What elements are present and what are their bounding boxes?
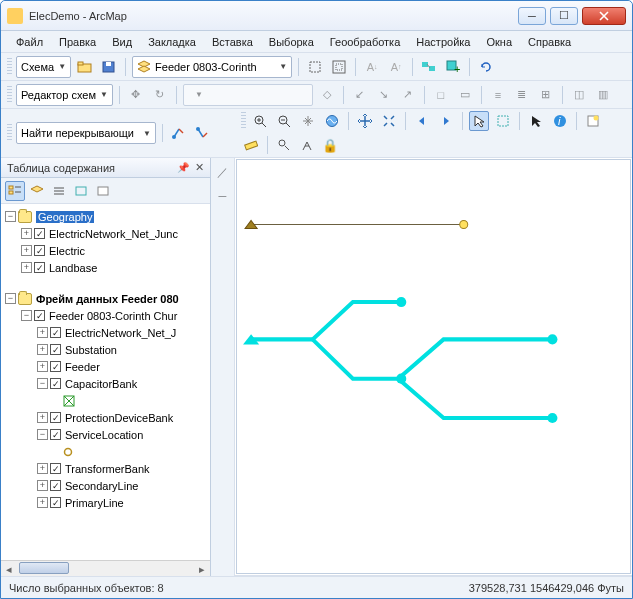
titlebar[interactable]: ElecDemo - ArcMap ─ ☐ xyxy=(1,1,632,31)
expand-icon[interactable]: + xyxy=(37,344,48,355)
zoom-full-ed[interactable]: □ xyxy=(431,85,451,105)
pan-button[interactable] xyxy=(298,111,318,131)
collapse-icon[interactable]: − xyxy=(5,293,16,304)
toc-options-button[interactable] xyxy=(93,181,113,201)
tree-node[interactable]: +✓Landbase xyxy=(3,259,208,276)
menubar[interactable]: Файл Правка Вид Закладка Вставка Выборка… xyxy=(1,31,632,53)
checkbox[interactable]: ✓ xyxy=(50,480,61,491)
tree-node[interactable]: +✓SecondaryLine xyxy=(3,477,208,494)
tree-node-geography[interactable]: − Geography xyxy=(3,208,208,225)
map-canvas[interactable] xyxy=(236,159,631,574)
toc-hscroll[interactable]: ◂ ▸ xyxy=(1,560,210,576)
measure-button[interactable] xyxy=(241,135,261,155)
tree-node-frame[interactable]: − Фрейм данных Feeder 080 xyxy=(3,290,208,307)
draw-line-tool[interactable]: ／ xyxy=(213,162,233,182)
expand-icon[interactable]: + xyxy=(37,497,48,508)
zoom-in-button[interactable] xyxy=(250,111,270,131)
checkbox[interactable]: ✓ xyxy=(50,429,61,440)
clear-selection-button[interactable] xyxy=(493,111,513,131)
expand-icon[interactable]: + xyxy=(21,245,32,256)
maximize-button[interactable]: ☐ xyxy=(550,7,578,25)
select-features-button[interactable] xyxy=(469,111,489,131)
pin-icon[interactable]: 📌 xyxy=(177,162,189,173)
expand-icon[interactable]: + xyxy=(21,262,32,273)
menu-customize[interactable]: Настройка xyxy=(409,34,477,50)
align-3[interactable]: ⊞ xyxy=(536,85,556,105)
checkbox[interactable]: ✓ xyxy=(34,245,45,256)
extent-button[interactable] xyxy=(305,57,325,77)
align-2[interactable]: ≣ xyxy=(512,85,532,105)
checkbox[interactable]: ✓ xyxy=(50,412,61,423)
select-plus-button[interactable]: + xyxy=(443,57,463,77)
menu-selection[interactable]: Выборка xyxy=(262,34,321,50)
select-elements-button[interactable] xyxy=(526,111,546,131)
close-button[interactable] xyxy=(582,7,626,25)
toolbar-grip[interactable] xyxy=(7,58,12,76)
tree-node[interactable]: +✓Substation xyxy=(3,341,208,358)
tree-node[interactable]: +✓Feeder xyxy=(3,358,208,375)
minimize-button[interactable]: ─ xyxy=(518,7,546,25)
expand-icon[interactable]: + xyxy=(37,480,48,491)
edit-tool-1[interactable]: ◇ xyxy=(317,85,337,105)
checkbox[interactable]: ✓ xyxy=(50,344,61,355)
full-extent-button[interactable] xyxy=(322,111,342,131)
scroll-left-icon[interactable]: ◂ xyxy=(1,561,17,576)
checkbox[interactable]: ✓ xyxy=(50,378,61,389)
ruler-button[interactable]: ▥ xyxy=(593,85,613,105)
scroll-right-icon[interactable]: ▸ xyxy=(194,561,210,576)
tree-node[interactable]: −✓ServiceLocation xyxy=(3,426,208,443)
align-1[interactable]: ≡ xyxy=(488,85,508,105)
find-dropdown[interactable]: Найти перекрывающи ▼ xyxy=(16,122,156,144)
scroll-thumb[interactable] xyxy=(19,562,69,574)
identify-button[interactable]: i xyxy=(550,111,570,131)
toolbar-grip[interactable] xyxy=(241,112,246,130)
menu-bookmark[interactable]: Закладка xyxy=(141,34,203,50)
checkbox[interactable]: ✓ xyxy=(50,361,61,372)
collapse-icon[interactable]: − xyxy=(5,211,16,222)
editor-dropdown[interactable]: Редактор схем ▼ xyxy=(16,84,113,106)
toolbar-grip[interactable] xyxy=(7,124,12,142)
layer-tree[interactable]: − Geography +✓ElectricNetwork_Net_Junc +… xyxy=(1,204,210,560)
font-small-button[interactable]: A↓ xyxy=(362,57,382,77)
feeder-dropdown[interactable]: Feeder 0803-Corinth ▼ xyxy=(132,56,292,78)
menu-insert[interactable]: Вставка xyxy=(205,34,260,50)
collapse-icon[interactable]: − xyxy=(37,429,48,440)
menu-file[interactable]: Файл xyxy=(9,34,50,50)
goto-xy-button[interactable] xyxy=(298,135,318,155)
toc-header[interactable]: Таблица содержания 📌 ✕ xyxy=(1,158,210,178)
hyperlink-button[interactable] xyxy=(583,111,603,131)
edit-move-button[interactable]: ✥ xyxy=(126,85,146,105)
list-by-drawing-button[interactable] xyxy=(5,181,25,201)
schema-dropdown[interactable]: Схема ▼ xyxy=(16,56,71,78)
list-by-visibility-button[interactable] xyxy=(49,181,69,201)
collapse-icon[interactable]: − xyxy=(37,378,48,389)
open-folder-button[interactable] xyxy=(75,57,95,77)
prev-extent-button[interactable] xyxy=(412,111,432,131)
list-by-source-button[interactable] xyxy=(27,181,47,201)
zoom-rect-ed[interactable]: ▭ xyxy=(455,85,475,105)
checkbox[interactable]: ✓ xyxy=(50,463,61,474)
edit-arrow-1[interactable]: ↙ xyxy=(350,85,370,105)
grid-button[interactable]: ◫ xyxy=(569,85,589,105)
checkbox[interactable]: ✓ xyxy=(34,310,45,321)
save-schematic-button[interactable] xyxy=(99,57,119,77)
extent-full-button[interactable] xyxy=(329,57,349,77)
edit-rotate-button[interactable]: ↻ xyxy=(150,85,170,105)
checkbox[interactable]: ✓ xyxy=(34,228,45,239)
tree-node[interactable]: +✓TransformerBank xyxy=(3,460,208,477)
expand-icon[interactable]: + xyxy=(37,361,48,372)
collapse-icon[interactable]: − xyxy=(21,310,32,321)
menu-view[interactable]: Вид xyxy=(105,34,139,50)
edit-arrow-3[interactable]: ↗ xyxy=(398,85,418,105)
tree-node[interactable]: +✓ElectricNetwork_Net_J xyxy=(3,324,208,341)
select-propagate-button[interactable] xyxy=(419,57,439,77)
menu-windows[interactable]: Окна xyxy=(479,34,519,50)
menu-geoprocessing[interactable]: Геообработка xyxy=(323,34,408,50)
link-up-button[interactable] xyxy=(169,123,189,143)
checkbox[interactable]: ✓ xyxy=(50,497,61,508)
tree-node[interactable]: +✓PrimaryLine xyxy=(3,494,208,511)
draw-horiz-tool[interactable]: ─ xyxy=(213,186,233,206)
close-panel-icon[interactable]: ✕ xyxy=(195,161,204,174)
expand-icon[interactable]: + xyxy=(37,463,48,474)
fixed-zoom-in-button[interactable] xyxy=(355,111,375,131)
